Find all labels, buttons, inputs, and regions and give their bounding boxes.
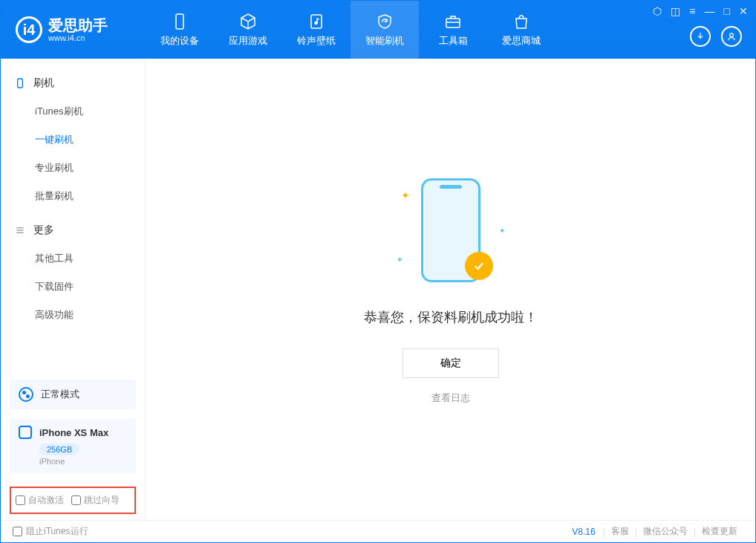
- check-badge-icon: [465, 252, 493, 280]
- sidebar-item-firmware[interactable]: 下载固件: [1, 273, 145, 301]
- footer-support-link[interactable]: 客服: [611, 525, 629, 538]
- sidebar-item-batch-flash[interactable]: 批量刷机: [1, 182, 145, 210]
- main-tabs: 我的设备 应用游戏 铃声壁纸 智能刷机 工具箱 爱思商城: [146, 1, 555, 59]
- close-button[interactable]: ✕: [739, 5, 748, 17]
- option-label: 阻止iTunes运行: [26, 525, 88, 538]
- footer-wechat-link[interactable]: 微信公众号: [643, 525, 688, 538]
- list-icon: [14, 224, 26, 236]
- toolbox-icon: [443, 12, 463, 31]
- music-file-icon: [307, 12, 326, 31]
- header-actions: [690, 26, 742, 47]
- svg-point-4: [730, 33, 734, 37]
- svg-rect-5: [18, 79, 23, 88]
- tab-flash[interactable]: 智能刷机: [351, 1, 419, 59]
- svg-rect-0: [176, 14, 183, 29]
- mode-card[interactable]: 正常模式: [10, 380, 136, 409]
- device-storage-badge: 256GB: [39, 443, 79, 455]
- header: i4 爱思助手 www.i4.cn 我的设备 应用游戏 铃声壁纸 智能刷机 工具…: [1, 1, 755, 59]
- mode-icon: [19, 387, 33, 402]
- tab-label: 我的设备: [160, 34, 199, 48]
- block-itunes-checkbox[interactable]: [13, 527, 22, 536]
- device-type: iPhone: [39, 457, 127, 466]
- footer-update-link[interactable]: 检查更新: [702, 525, 737, 538]
- sidebar: 刷机 iTunes刷机 一键刷机 专业刷机 批量刷机 更多 其他工具 下载固件 …: [1, 59, 146, 520]
- sidebar-item-advanced[interactable]: 高级功能: [1, 301, 145, 329]
- phone-icon: [170, 12, 189, 31]
- sidebar-section-flash[interactable]: 刷机: [1, 69, 145, 97]
- sidebar-item-other-tools[interactable]: 其他工具: [1, 244, 145, 273]
- logo-icon: i4: [16, 16, 42, 43]
- svg-rect-3: [446, 19, 460, 27]
- tab-ringtone[interactable]: 铃声壁纸: [282, 1, 351, 59]
- app-title: 爱思助手: [48, 17, 108, 33]
- main-content: ✦ ✦ ✦ 恭喜您，保资料刷机成功啦！ 确定 查看日志: [146, 59, 755, 520]
- menu-icon[interactable]: ≡: [689, 5, 695, 17]
- option-label: 自动激活: [28, 494, 64, 507]
- sidebar-item-onekey-flash[interactable]: 一键刷机: [1, 126, 145, 154]
- tab-my-device[interactable]: 我的设备: [146, 1, 214, 59]
- option-skip-guide[interactable]: 跳过向导: [71, 494, 120, 507]
- sparkle-icon: ✦: [401, 189, 410, 201]
- mode-label: 正常模式: [41, 388, 79, 401]
- sparkle-icon: ✦: [397, 256, 403, 264]
- window-controls-top: ⬡ ◫ ≡ — □ ✕: [653, 5, 748, 17]
- app-subtitle: www.i4.cn: [48, 33, 108, 42]
- minimize-button[interactable]: —: [705, 5, 715, 17]
- sidebar-item-pro-flash[interactable]: 专业刷机: [1, 154, 145, 182]
- auto-activate-checkbox[interactable]: [16, 495, 25, 505]
- view-log-link[interactable]: 查看日志: [431, 391, 470, 405]
- version-label: V8.16: [572, 527, 595, 537]
- tab-label: 应用游戏: [229, 34, 267, 48]
- options-highlight-box: 自动激活 跳过向导: [10, 487, 136, 514]
- option-auto-activate[interactable]: 自动激活: [16, 494, 64, 507]
- bag-icon: [512, 12, 531, 31]
- success-illustration: ✦ ✦ ✦: [417, 175, 484, 286]
- tab-label: 工具箱: [439, 34, 468, 48]
- refresh-shield-icon: [375, 12, 394, 31]
- svg-point-2: [315, 22, 317, 25]
- download-button[interactable]: [690, 26, 711, 47]
- user-button[interactable]: [721, 26, 742, 47]
- tab-label: 智能刷机: [365, 34, 404, 48]
- tab-store[interactable]: 爱思商城: [487, 1, 555, 59]
- device-card[interactable]: iPhone XS Max 256GB iPhone: [10, 418, 136, 473]
- sidebar-section-more[interactable]: 更多: [1, 216, 145, 244]
- block-itunes-option[interactable]: 阻止iTunes运行: [13, 525, 88, 538]
- device-icon: [19, 426, 32, 439]
- shirt-icon[interactable]: ⬡: [653, 5, 662, 17]
- sidebar-item-itunes-flash[interactable]: iTunes刷机: [1, 97, 145, 126]
- skip-guide-checkbox[interactable]: [71, 495, 81, 505]
- cube-icon: [238, 12, 258, 31]
- sidebar-section-label: 更多: [33, 224, 54, 237]
- success-message: 恭喜您，保资料刷机成功啦！: [364, 308, 538, 326]
- maximize-button[interactable]: □: [724, 5, 730, 17]
- logo[interactable]: i4 爱思助手 www.i4.cn: [1, 16, 146, 43]
- sparkle-icon: ✦: [499, 227, 505, 235]
- device-name: iPhone XS Max: [39, 427, 108, 438]
- device-icon: [14, 77, 26, 89]
- sidebar-section-label: 刷机: [33, 77, 54, 90]
- tab-apps[interactable]: 应用游戏: [214, 1, 282, 59]
- footer: 阻止iTunes运行 V8.16 | 客服 | 微信公众号 | 检查更新: [1, 520, 755, 542]
- lock-icon[interactable]: ◫: [671, 5, 680, 17]
- tab-label: 铃声壁纸: [297, 34, 336, 48]
- tab-toolbox[interactable]: 工具箱: [419, 1, 487, 59]
- option-label: 跳过向导: [84, 494, 120, 507]
- tab-label: 爱思商城: [502, 34, 541, 48]
- ok-button[interactable]: 确定: [403, 348, 499, 378]
